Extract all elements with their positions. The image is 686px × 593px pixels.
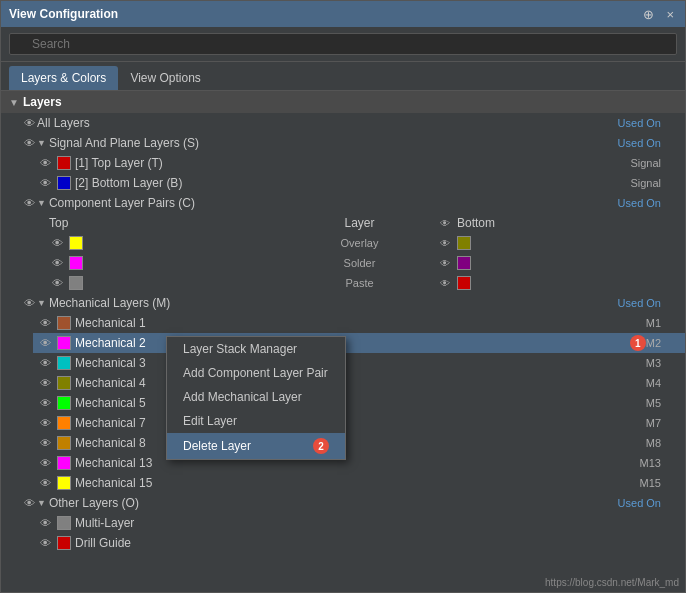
top-layer-row[interactable]: 👁 [1] Top Layer (T) Signal	[33, 153, 685, 173]
mech13-row[interactable]: 👁 Mechanical 13 M13	[33, 453, 685, 473]
paste-top-swatch[interactable]	[69, 276, 83, 290]
overlay-top-swatch[interactable]	[69, 236, 83, 250]
paste-right: 👁	[440, 276, 520, 290]
close-button[interactable]: ×	[663, 7, 677, 22]
ctx-delete-layer[interactable]: Delete Layer 2	[167, 433, 345, 459]
pin-button[interactable]: ⊕	[640, 7, 657, 22]
multilayer-swatch[interactable]	[57, 516, 71, 530]
ctx-add-mechanical[interactable]: Add Mechanical Layer	[167, 385, 345, 409]
mech15-row[interactable]: 👁 Mechanical 15 M15	[33, 473, 685, 493]
mech13-eye[interactable]: 👁	[37, 457, 53, 469]
top-layer-eye[interactable]: 👁	[37, 157, 53, 169]
mech5-eye[interactable]: 👁	[37, 397, 53, 409]
tab-view-options[interactable]: View Options	[118, 66, 212, 90]
mech7-row[interactable]: 👁 Mechanical 7 M7	[33, 413, 685, 433]
overlay-eye[interactable]: 👁	[49, 237, 65, 249]
multilayer-eye[interactable]: 👁	[37, 517, 53, 529]
comp-pairs-row[interactable]: 👁 ▼ Component Layer Pairs (C) Used On	[17, 193, 685, 213]
mech3-type: M3	[646, 357, 681, 369]
signal-planes-row[interactable]: 👁 ▼ Signal And Plane Layers (S) Used On	[17, 133, 685, 153]
paste-left: 👁	[49, 276, 279, 290]
bottom-layer-row[interactable]: 👁 [2] Bottom Layer (B) Signal	[33, 173, 685, 193]
mech3-eye[interactable]: 👁	[37, 357, 53, 369]
solder-bottom-swatch[interactable]	[457, 256, 471, 270]
other-eye[interactable]: 👁	[21, 497, 37, 509]
paste-row[interactable]: 👁 Paste 👁	[1, 273, 685, 293]
drillguide-eye[interactable]: 👁	[37, 537, 53, 549]
mech3-row[interactable]: 👁 Mechanical 3 M3	[33, 353, 685, 373]
mech13-name: Mechanical 13	[75, 456, 640, 470]
tabs: Layers & Colors View Options	[1, 62, 685, 91]
mech4-type: M4	[646, 377, 681, 389]
signal-planes-used-on[interactable]: Used On	[618, 137, 681, 149]
mech2-swatch[interactable]	[57, 336, 71, 350]
mechanical-used-on[interactable]: Used On	[618, 297, 681, 309]
top-layer-swatch[interactable]	[57, 156, 71, 170]
mech8-name: Mechanical 8	[75, 436, 646, 450]
mech13-swatch[interactable]	[57, 456, 71, 470]
bottom-layer-swatch[interactable]	[57, 176, 71, 190]
comp-header-layer: Layer	[279, 216, 440, 230]
comp-pairs-header: Top Layer 👁 Bottom	[1, 213, 685, 233]
mech8-row[interactable]: 👁 Mechanical 8 M8	[33, 433, 685, 453]
mech7-type: M7	[646, 417, 681, 429]
paste-bottom-swatch[interactable]	[457, 276, 471, 290]
mech2-row[interactable]: 👁 Mechanical 2 1 M2	[33, 333, 685, 353]
mech15-name: Mechanical 15	[75, 476, 640, 490]
solder-type: Solder	[279, 257, 440, 269]
signal-planes-eye[interactable]: 👁	[21, 137, 37, 149]
solder-bottom-eye[interactable]: 👁	[440, 258, 450, 269]
mechanical-eye[interactable]: 👁	[21, 297, 37, 309]
paste-eye[interactable]: 👁	[49, 277, 65, 289]
paste-bottom-eye[interactable]: 👁	[440, 278, 450, 289]
mech4-name: Mechanical 4	[75, 376, 646, 390]
drillguide-row[interactable]: 👁 Drill Guide	[33, 533, 685, 553]
all-layers-used-on[interactable]: Used On	[618, 117, 681, 129]
multilayer-row[interactable]: 👁 Multi-Layer	[33, 513, 685, 533]
overlay-row[interactable]: 👁 Overlay 👁	[1, 233, 685, 253]
content-area: ▼ Layers 👁 All Layers Used On 👁 ▼ Signal…	[1, 91, 685, 592]
tab-layers-colors[interactable]: Layers & Colors	[9, 66, 118, 90]
drillguide-swatch[interactable]	[57, 536, 71, 550]
mech8-swatch[interactable]	[57, 436, 71, 450]
solder-top-swatch[interactable]	[69, 256, 83, 270]
mech4-eye[interactable]: 👁	[37, 377, 53, 389]
other-header-row[interactable]: 👁 ▼ Other Layers (O) Used On	[17, 493, 685, 513]
mech15-swatch[interactable]	[57, 476, 71, 490]
mech3-swatch[interactable]	[57, 356, 71, 370]
mechanical-header-row[interactable]: 👁 ▼ Mechanical Layers (M) Used On	[17, 293, 685, 313]
all-layers-name: All Layers	[37, 116, 618, 130]
mech2-eye[interactable]: 👁	[37, 337, 53, 349]
solder-row[interactable]: 👁 Solder 👁	[1, 253, 685, 273]
mech1-swatch[interactable]	[57, 316, 71, 330]
mech7-eye[interactable]: 👁	[37, 417, 53, 429]
bottom-layer-eye[interactable]: 👁	[37, 177, 53, 189]
mech8-eye[interactable]: 👁	[37, 437, 53, 449]
title-controls: ⊕ ×	[640, 7, 677, 22]
mech1-eye[interactable]: 👁	[37, 317, 53, 329]
overlay-bottom-swatch[interactable]	[457, 236, 471, 250]
comp-pairs-eye[interactable]: 👁	[21, 197, 37, 209]
search-input[interactable]	[9, 33, 677, 55]
all-layers-eye[interactable]: 👁	[21, 117, 37, 129]
mech5-swatch[interactable]	[57, 396, 71, 410]
mech4-row[interactable]: 👁 Mechanical 4 M4	[33, 373, 685, 393]
mechanical-header-name: Mechanical Layers (M)	[49, 296, 618, 310]
mech15-eye[interactable]: 👁	[37, 477, 53, 489]
solder-right: 👁	[440, 256, 520, 270]
mech5-row[interactable]: 👁 Mechanical 5 M5	[33, 393, 685, 413]
all-layers-row[interactable]: 👁 All Layers Used On	[17, 113, 685, 133]
ctx-layer-stack[interactable]: Layer Stack Manager	[167, 337, 345, 361]
bottom-layer-type: Signal	[630, 177, 681, 189]
comp-pairs-used-on[interactable]: Used On	[618, 197, 681, 209]
mech1-row[interactable]: 👁 Mechanical 1 M1	[33, 313, 685, 333]
overlay-bottom-eye[interactable]: 👁	[440, 238, 450, 249]
ctx-edit-layer[interactable]: Edit Layer	[167, 409, 345, 433]
other-used-on[interactable]: Used On	[618, 497, 681, 509]
mech7-swatch[interactable]	[57, 416, 71, 430]
main-window: View Configuration ⊕ × 🔍 Layers & Colors…	[0, 0, 686, 593]
solder-eye[interactable]: 👁	[49, 257, 65, 269]
layers-triangle: ▼	[9, 97, 19, 108]
mech4-swatch[interactable]	[57, 376, 71, 390]
ctx-add-comp-pair[interactable]: Add Component Layer Pair	[167, 361, 345, 385]
